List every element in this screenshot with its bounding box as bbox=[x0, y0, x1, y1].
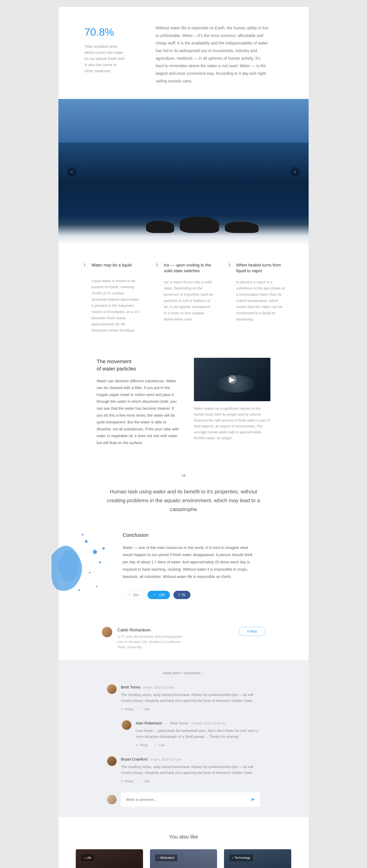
conclusion-section: Conclusion Water — one of the main resou… bbox=[58, 531, 309, 613]
facebook-icon: f bbox=[179, 592, 180, 597]
water-states-section: 1 Water may be a liquid Liquid water is … bbox=[58, 245, 309, 347]
author-avatar bbox=[102, 627, 112, 637]
card-tag: Technology bbox=[229, 855, 253, 861]
twitter-share-button[interactable]: 🐦 125 bbox=[147, 591, 170, 599]
comment-input[interactable] bbox=[126, 798, 251, 802]
state-number: 3 bbox=[226, 261, 233, 269]
svg-point-6 bbox=[78, 589, 80, 591]
heart-icon: ♡ bbox=[154, 743, 158, 748]
comment-author: Alan Robertson bbox=[136, 720, 162, 726]
movement-section: The movementof water particles Water can… bbox=[58, 347, 309, 464]
comment-like-button[interactable]: ♡ Like bbox=[154, 743, 165, 748]
video-thumbnail[interactable]: ▶ bbox=[194, 358, 271, 401]
svg-point-5 bbox=[102, 547, 105, 550]
svg-point-8 bbox=[58, 550, 79, 581]
svg-point-2 bbox=[82, 534, 84, 535]
state-number: 1 bbox=[81, 261, 88, 269]
state-description: Liquid water is known to be present on E… bbox=[91, 278, 141, 334]
comment-date: 10 April, 2015 11:09 am bbox=[191, 721, 226, 726]
comment-like-button[interactable]: ♡ Like bbox=[140, 707, 150, 712]
heart-icon: ♡ bbox=[140, 707, 143, 712]
state-number: 2 bbox=[153, 261, 161, 269]
state-title: Water may be a liquid bbox=[91, 262, 141, 273]
slider-next-button[interactable]: › bbox=[290, 167, 300, 177]
comment-author: Brett Torres bbox=[121, 684, 141, 690]
slider-prev-button[interactable]: ‹ bbox=[67, 167, 77, 177]
reply-button[interactable]: ↩ Reply bbox=[136, 743, 148, 748]
stat-description: Total suraface area which covers the wat… bbox=[84, 43, 124, 74]
author-section: Caleb Richardson A 27 year old developer… bbox=[58, 613, 309, 660]
state-item: 1 Water may be a liquid Liquid water is … bbox=[81, 262, 141, 334]
reply-to-name: Brett Torres bbox=[170, 721, 188, 726]
heart-icon: ♡ bbox=[140, 779, 143, 784]
comment-avatar bbox=[107, 756, 117, 766]
quote-icon: ❝ bbox=[102, 471, 265, 484]
comment-item: Bryan Crawford 9 April, 2015 5:17 pm The… bbox=[107, 756, 260, 784]
comments-section: Show other 7 comments ⌄ Brett Torres 9 A… bbox=[58, 660, 309, 817]
related-card[interactable]: Motivation Hypnotize Yourself Into the G… bbox=[150, 849, 217, 868]
like-count: 359 bbox=[133, 592, 139, 597]
comment-item: Alan Robertson → Brett Torres 10 April, … bbox=[122, 720, 260, 748]
comment-text: The resulting series, aptly named Americ… bbox=[121, 692, 260, 704]
comment-author: Bryan Crawford bbox=[121, 756, 147, 762]
comment-date: 9 April, 2015 5:17 pm bbox=[150, 757, 181, 762]
follow-button[interactable]: Follow bbox=[239, 627, 265, 636]
state-title: Ice — upon cooling to the solid state sw… bbox=[164, 262, 214, 274]
reply-button[interactable]: ↩ Reply bbox=[121, 707, 134, 712]
comment-date: 9 April, 2015 3:53 pm bbox=[143, 685, 174, 690]
quote-text: Human task using water and its benefit t… bbox=[102, 487, 265, 514]
related-card[interactable]: Life How to Stop Living Your Life on Aut… bbox=[76, 849, 143, 868]
reply-arrow-icon: → bbox=[165, 721, 168, 726]
movement-title: The movementof water particles bbox=[96, 358, 180, 372]
show-more-comments[interactable]: Show other 7 comments ⌄ bbox=[107, 671, 260, 676]
intro-section: 70.8% Total suraface area which covers t… bbox=[58, 7, 309, 99]
heart-icon: ♡ bbox=[128, 592, 131, 597]
water-splash-illustration bbox=[51, 521, 117, 604]
comment-item: Brett Torres 9 April, 2015 3:53 pm The r… bbox=[107, 684, 260, 712]
comment-avatar bbox=[122, 720, 131, 730]
comment-avatar bbox=[107, 684, 117, 694]
play-icon: ▶ bbox=[228, 375, 236, 384]
reply-icon: ↩ bbox=[121, 779, 124, 784]
twitter-count: 125 bbox=[159, 592, 165, 597]
facebook-share-button[interactable]: f 75 bbox=[173, 591, 191, 599]
svg-point-1 bbox=[93, 550, 97, 554]
like-button[interactable]: ♡ 359 bbox=[123, 591, 144, 599]
related-title: You also like bbox=[76, 833, 291, 841]
reply-icon: ↩ bbox=[121, 707, 124, 712]
related-section: You also like ‹ › Life How to Stop Livin… bbox=[58, 817, 309, 868]
card-tag: Life bbox=[81, 855, 94, 861]
facebook-count: 75 bbox=[181, 592, 185, 597]
stat-percentage: 70.8% bbox=[84, 24, 124, 40]
state-item: 2 Ice — upon cooling to the solid state … bbox=[153, 262, 214, 334]
twitter-icon: 🐦 bbox=[153, 592, 157, 597]
svg-point-3 bbox=[99, 561, 101, 563]
svg-point-4 bbox=[89, 572, 90, 574]
state-description: Ice is water frozen into a solid state. … bbox=[164, 279, 214, 322]
user-avatar bbox=[107, 795, 117, 804]
reply-button[interactable]: ↩ Reply bbox=[121, 779, 134, 784]
svg-point-0 bbox=[85, 540, 88, 543]
card-tag: Motivation bbox=[155, 855, 177, 861]
send-icon[interactable]: ➤ bbox=[251, 796, 255, 803]
comment-text: Love these — particularly the basketball… bbox=[136, 728, 260, 740]
hero-slider: ‹ › bbox=[58, 99, 309, 245]
video-caption: Water makes up a significant fraction of… bbox=[194, 406, 271, 441]
conclusion-title: Conclusion bbox=[123, 531, 256, 539]
svg-point-7 bbox=[96, 586, 97, 587]
conclusion-text: Water — one of the main resources in the… bbox=[123, 544, 256, 580]
comment-text: The resulting series, aptly named Americ… bbox=[121, 764, 260, 776]
intro-paragraph: Without water life is imposible on Earth… bbox=[156, 24, 269, 85]
related-card[interactable]: Technology Solar Perspectives: Executive… bbox=[224, 849, 291, 868]
comment-like-button[interactable]: ♡ Like bbox=[140, 779, 150, 784]
state-description: In physics a vapor is a substance in the… bbox=[236, 279, 286, 322]
state-title: When heated turns from liquid to vapor bbox=[236, 262, 286, 274]
author-name: Caleb Richardson bbox=[117, 627, 234, 633]
reply-icon: ↩ bbox=[136, 743, 139, 748]
movement-text: Water can dissolve different substances.… bbox=[96, 378, 180, 446]
author-bio: A 27 year old developer and photographer… bbox=[117, 634, 187, 650]
state-item: 3 When heated turns from liquid to vapor… bbox=[226, 262, 286, 334]
